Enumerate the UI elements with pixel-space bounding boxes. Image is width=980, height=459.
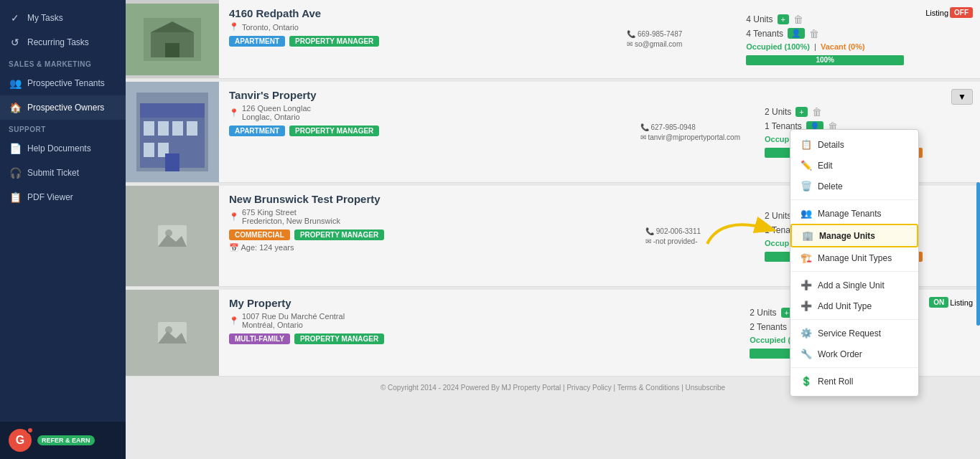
dropdown-item-add-single-unit[interactable]: ➕ Add a Single Unit <box>790 275 918 295</box>
section-sales-marketing: SALES & MARKETING <box>0 55 126 71</box>
property-image-1 <box>126 0 219 78</box>
add-single-unit-icon: ➕ <box>801 280 812 290</box>
divider-1 <box>790 199 918 200</box>
sidebar-item-label: Prospective Owners <box>27 103 104 113</box>
units-row-1: 4 Units + 🗑 <box>746 14 904 25</box>
email-3: ✉ -not provided- <box>645 237 740 245</box>
dropdown-item-service-request[interactable]: ⚙️ Service Request <box>790 323 918 344</box>
pdf-icon: 📋 <box>9 191 22 203</box>
dropdown-item-add-unit-type[interactable]: ➕ Add Unit Type <box>790 295 918 316</box>
delete-tenant-1[interactable]: 🗑 <box>809 28 819 39</box>
sidebar-item-prospective-tenants[interactable]: 👥 Prospective Tenants <box>0 71 126 95</box>
tenants-row-1: 4 Tenants 👤 🗑 <box>746 28 904 39</box>
email-1: ✉ so@gmail.com <box>627 40 722 48</box>
delete-unit-1[interactable]: 🗑 <box>793 14 803 25</box>
add-unit-type-icon: ➕ <box>801 301 812 311</box>
manage-units-icon: 🏢 <box>802 230 813 241</box>
dropdown-label-edit: Edit <box>818 161 833 171</box>
tasks-icon: ✓ <box>9 12 22 24</box>
tag-pm-3: PROPERTY MANAGER <box>294 230 384 240</box>
svg-rect-8 <box>158 121 169 136</box>
sidebar-item-help-documents[interactable]: 📄 Help Documents <box>0 136 126 161</box>
tag-pm: PROPERTY MANAGER <box>289 36 379 47</box>
main-content: 4160 Redpath Ave 📍 Toronto, Ontario Apar… <box>126 0 980 459</box>
dropdown-label-rent-roll: Rent Roll <box>818 377 853 387</box>
sidebar-item-label: Recurring Tasks <box>27 37 89 47</box>
sidebar-item-label: Submit Ticket <box>27 168 79 178</box>
property-name-3: New Brunswick Test Property <box>229 193 625 205</box>
avatar: G <box>9 429 32 452</box>
dropdown-label-service-request: Service Request <box>818 328 881 339</box>
dropdown-item-manage-unit-types[interactable]: 🏗️ Manage Unit Types <box>790 247 918 268</box>
property-info-3: New Brunswick Test Property 📍 675 King S… <box>219 186 635 286</box>
property-contact-4 <box>620 290 735 376</box>
dropdown-label-add-single-unit: Add a Single Unit <box>818 280 885 290</box>
delete-unit-2[interactable]: 🗑 <box>812 106 822 118</box>
dropdown-label-details: Details <box>818 140 844 150</box>
divider-4 <box>790 367 918 368</box>
sidebar-item-submit-ticket[interactable]: 🎧 Submit Ticket <box>0 161 126 185</box>
units-row-2: 2 Units + 🗑 <box>765 106 923 118</box>
dropdown-item-delete[interactable]: 🗑️ Delete <box>790 176 918 197</box>
dropdown-item-manage-tenants[interactable]: 👥 Manage Tenants <box>790 203 918 224</box>
tenants-icon: 👥 <box>9 77 22 89</box>
refer-earn-label: REFER & EARN <box>37 435 95 445</box>
location-icon-3: 📍 <box>229 212 239 222</box>
dropdown-item-rent-roll[interactable]: 💲 Rent Roll <box>790 371 918 392</box>
dropdown-menu: 📋 Details ✏️ Edit 🗑️ Delete 👥 Manage Ten… <box>790 129 919 397</box>
location-icon-4: 📍 <box>229 316 239 326</box>
sidebar-item-pdf-viewer[interactable]: 📋 PDF Viewer <box>0 185 126 209</box>
divider-2 <box>790 271 918 272</box>
listing-on-4: ON <box>929 297 948 308</box>
property-age-3: 📅 Age: 124 years <box>229 243 625 252</box>
property-stats-1: 4 Units + 🗑 4 Tenants 👤 🗑 Occupied (100%… <box>732 0 918 78</box>
add-tenant-btn-1[interactable]: 👤 <box>788 28 805 39</box>
sidebar-item-recurring-tasks[interactable]: ↺ Recurring Tasks <box>0 30 126 55</box>
tag-multifamily-4: Multi-Family <box>229 333 290 344</box>
ticket-icon: 🎧 <box>9 167 22 179</box>
recurring-icon: ↺ <box>9 37 22 48</box>
dropdown-label-manage-tenants: Manage Tenants <box>818 209 882 219</box>
property-tags-4: Multi-Family PROPERTY MANAGER <box>229 333 610 344</box>
details-icon: 📋 <box>801 139 812 150</box>
add-unit-btn-1[interactable]: + <box>778 14 789 24</box>
sidebar-item-prospective-owners[interactable]: 🏠 Prospective Owners <box>0 95 126 120</box>
refer-earn-bar[interactable]: G REFER & EARN <box>0 422 126 459</box>
dropdown-item-edit[interactable]: ✏️ Edit <box>790 155 918 176</box>
property-photo-1 <box>144 18 201 61</box>
property-contact-1: 📞 669-985-7487 ✉ so@gmail.com <box>617 0 732 78</box>
property-image-4 <box>126 290 219 376</box>
dropdown-label-add-unit-type: Add Unit Type <box>818 301 872 311</box>
add-unit-btn-2[interactable]: + <box>795 107 807 117</box>
property-address-4: 📍 1007 Rue Du Marché CentralMontréal, On… <box>229 312 610 329</box>
property-actions-1: Listing OFF <box>918 0 980 78</box>
placeholder-photo-4 <box>154 318 190 347</box>
dropdown-item-work-order[interactable]: 🔧 Work Order <box>790 344 918 364</box>
help-icon: 📄 <box>9 143 22 154</box>
property-address-3: 📍 675 King StreetFredericton, New Brunsw… <box>229 208 625 225</box>
tag-commercial-3: Commercial <box>229 230 290 240</box>
phone-1: 📞 669-985-7487 <box>627 30 722 38</box>
property-address-1: 📍 Toronto, Ontario <box>229 22 607 32</box>
property-photo-2 <box>136 93 208 171</box>
dropdown-label-manage-units: Manage Units <box>819 231 875 241</box>
listing-badge-1: Listing OFF <box>925 7 973 18</box>
dropdown-item-details[interactable]: 📋 Details <box>790 134 918 155</box>
tag-pm-4: PROPERTY MANAGER <box>294 333 384 344</box>
rent-roll-icon: 💲 <box>801 376 812 387</box>
location-icon-2: 📍 <box>229 108 239 118</box>
dropdown-toggle-2[interactable]: ▼ <box>951 89 973 105</box>
phone-2: 📞 627-985-0948 <box>640 123 740 131</box>
property-actions-2: ▼ <box>937 82 980 182</box>
svg-rect-9 <box>172 121 183 136</box>
property-image-3 <box>126 186 219 286</box>
dropdown-item-manage-units[interactable]: 🏢 Manage Units <box>790 224 918 247</box>
listing-badge-4: ON Listing <box>929 297 973 308</box>
delete-icon: 🗑️ <box>801 181 812 191</box>
placeholder-photo-3 <box>154 222 190 250</box>
sidebar-item-my-tasks[interactable]: ✓ My Tasks <box>0 6 126 30</box>
owners-icon: 🏠 <box>9 102 22 113</box>
svg-rect-11 <box>144 143 154 157</box>
property-card-1: 4160 Redpath Ave 📍 Toronto, Ontario Apar… <box>126 0 980 79</box>
property-image-2 <box>126 82 219 182</box>
